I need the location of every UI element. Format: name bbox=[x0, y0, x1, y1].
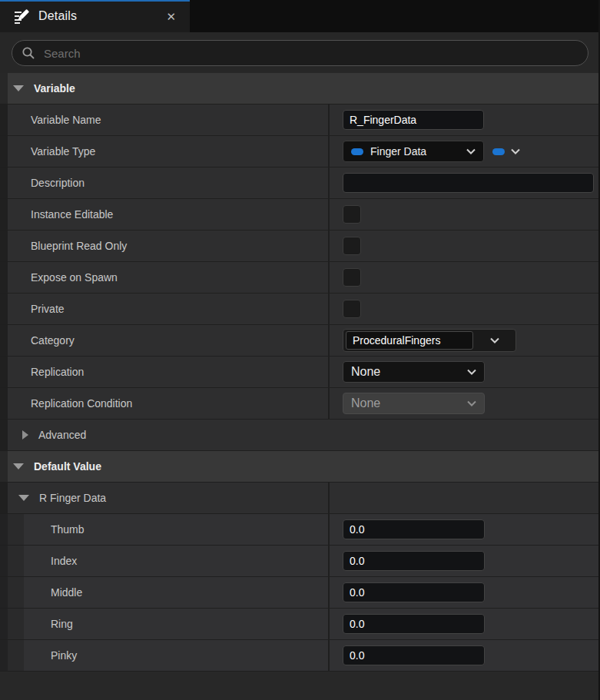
row-label: Instance Editable bbox=[31, 208, 113, 221]
row-blueprint-read-only: Blueprint Read Only bbox=[0, 231, 600, 262]
chevron-down-icon bbox=[490, 337, 499, 343]
row-r-finger-data[interactable]: R Finger Data bbox=[0, 483, 600, 514]
middle-input[interactable] bbox=[343, 582, 485, 602]
index-input[interactable] bbox=[343, 551, 485, 571]
row-gutter bbox=[0, 420, 8, 450]
replication-dropdown[interactable]: None bbox=[343, 361, 485, 383]
row-thumb: Thumb bbox=[0, 514, 600, 546]
row-label: Private bbox=[31, 303, 65, 315]
row-replication-condition: Replication Condition None bbox=[0, 388, 600, 420]
search-input[interactable] bbox=[42, 46, 578, 61]
row-label: Middle bbox=[51, 586, 82, 599]
tab-details[interactable]: Details ✕ bbox=[0, 0, 190, 32]
row-label: Replication Condition bbox=[31, 397, 132, 410]
row-variable-type: Variable Type Finger Data bbox=[0, 136, 600, 168]
indent-strip bbox=[8, 546, 24, 576]
row-variable-name: Variable Name bbox=[0, 105, 600, 136]
row-private: Private bbox=[0, 294, 600, 325]
section-header-variable[interactable]: Variable bbox=[0, 73, 600, 105]
tab-title: Details bbox=[38, 9, 77, 23]
chevron-down-icon bbox=[511, 148, 520, 154]
row-label: Variable Type bbox=[31, 145, 95, 158]
row-gutter bbox=[0, 294, 8, 324]
row-gutter bbox=[0, 73, 8, 104]
row-gutter bbox=[0, 262, 8, 293]
row-middle: Middle bbox=[0, 577, 600, 609]
row-label: R Finger Data bbox=[39, 492, 106, 504]
row-pinky: Pinky bbox=[0, 640, 600, 672]
row-description: Description bbox=[0, 168, 600, 199]
blueprint-read-only-checkbox[interactable] bbox=[343, 237, 361, 255]
expose-on-spawn-checkbox[interactable] bbox=[343, 268, 361, 287]
variable-name-input[interactable] bbox=[343, 110, 484, 130]
category-dropdown-button[interactable] bbox=[473, 330, 515, 351]
row-gutter bbox=[0, 199, 8, 230]
row-gutter bbox=[0, 451, 8, 482]
row-label: Expose on Spawn bbox=[31, 271, 118, 284]
chevron-down-icon bbox=[467, 369, 476, 375]
search-icon bbox=[22, 46, 35, 60]
row-label: Description bbox=[31, 177, 85, 189]
row-gutter bbox=[0, 640, 8, 671]
search-box[interactable] bbox=[12, 40, 588, 66]
section-header-default-value[interactable]: Default Value bbox=[0, 451, 600, 483]
close-icon[interactable]: ✕ bbox=[166, 11, 176, 22]
row-gutter bbox=[0, 325, 8, 356]
details-icon bbox=[12, 7, 31, 25]
indent-strip bbox=[8, 609, 24, 639]
row-index: Index bbox=[0, 546, 600, 577]
expander-down-icon[interactable] bbox=[13, 85, 24, 91]
row-gutter bbox=[0, 514, 8, 545]
row-instance-editable: Instance Editable bbox=[0, 199, 600, 231]
row-label: Thumb bbox=[51, 523, 85, 536]
row-gutter bbox=[0, 388, 8, 419]
row-label: Advanced bbox=[38, 429, 86, 441]
pinky-input[interactable] bbox=[343, 645, 485, 665]
row-label: Replication bbox=[31, 366, 84, 378]
category-input[interactable] bbox=[346, 331, 473, 350]
search-row bbox=[0, 32, 600, 73]
indent-strip bbox=[8, 577, 24, 608]
section-title: Default Value bbox=[34, 460, 101, 473]
tab-bar: Details ✕ bbox=[0, 0, 600, 32]
row-label: Variable Name bbox=[31, 114, 101, 126]
row-gutter bbox=[0, 357, 8, 387]
struct-pin-icon bbox=[492, 148, 505, 155]
row-label: Pinky bbox=[51, 649, 77, 662]
replication-value: None bbox=[351, 365, 380, 379]
instance-editable-checkbox[interactable] bbox=[343, 205, 361, 224]
row-advanced[interactable]: Advanced bbox=[0, 420, 600, 451]
private-checkbox[interactable] bbox=[343, 300, 361, 318]
row-gutter bbox=[0, 577, 8, 608]
row-replication: Replication None bbox=[0, 357, 600, 388]
variable-type-value: Finger Data bbox=[370, 145, 426, 158]
struct-pin-icon bbox=[351, 148, 363, 155]
row-expose-on-spawn: Expose on Spawn bbox=[0, 262, 600, 294]
replication-condition-dropdown: None bbox=[343, 393, 485, 414]
panel-empty-area bbox=[0, 672, 600, 700]
expander-down-icon[interactable] bbox=[18, 495, 29, 501]
row-category: Category bbox=[0, 325, 600, 357]
row-gutter bbox=[0, 609, 8, 639]
row-gutter bbox=[0, 136, 8, 167]
expander-down-icon[interactable] bbox=[13, 463, 24, 469]
container-type-dropdown[interactable] bbox=[492, 148, 520, 155]
chevron-down-icon bbox=[466, 148, 476, 154]
thumb-input[interactable] bbox=[343, 519, 485, 539]
row-ring: Ring bbox=[0, 609, 600, 640]
row-gutter bbox=[0, 546, 8, 576]
replication-condition-value: None bbox=[351, 396, 380, 410]
row-gutter bbox=[0, 168, 8, 198]
section-title: Variable bbox=[34, 82, 75, 95]
row-gutter bbox=[0, 231, 8, 261]
description-input[interactable] bbox=[343, 173, 594, 193]
row-label: Category bbox=[31, 334, 75, 347]
indent-strip bbox=[8, 514, 24, 545]
category-combobox bbox=[343, 329, 516, 352]
ring-input[interactable] bbox=[343, 614, 485, 634]
expander-right-icon[interactable] bbox=[22, 430, 28, 440]
row-label: Index bbox=[51, 555, 77, 567]
row-label: Ring bbox=[51, 618, 73, 630]
row-gutter bbox=[0, 105, 8, 135]
variable-type-dropdown[interactable]: Finger Data bbox=[343, 141, 484, 162]
